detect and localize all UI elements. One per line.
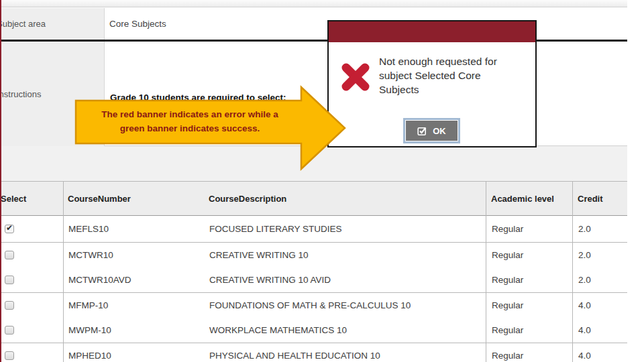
- course-description-cell: WORKPLACE MATHEMATICS 10: [209, 318, 347, 343]
- checkbox-edit-icon: [417, 126, 427, 136]
- column-divider: [572, 182, 573, 362]
- error-banner: [329, 21, 535, 42]
- academic-level-cell: Regular: [492, 318, 523, 343]
- table-row: MFMP-10 FOUNDATIONS OF MATH & PRE-CALCUL…: [0, 293, 627, 318]
- table-row: MCTWR10AVD CREATIVE WRITING 10 AVID Regu…: [0, 268, 627, 294]
- error-message: Not enough requested for subject Selecte…: [379, 54, 497, 97]
- top-gradient-strip: [0, 0, 627, 7]
- credit-cell: 4.0: [578, 318, 591, 343]
- annotation-text-line: The red banner indicates an error while …: [79, 107, 301, 121]
- ok-button[interactable]: OK: [403, 118, 460, 143]
- error-message-line: subject Selected Core: [379, 68, 497, 82]
- course-description-cell: FOCUSED LITERARY STUDIES: [209, 216, 342, 242]
- credit-cell: 4.0: [578, 293, 591, 318]
- ok-button-label: OK: [433, 126, 446, 136]
- tutorial-slide: Subject area Core Subjects Instructions …: [0, 0, 644, 362]
- error-message-line: Not enough requested for: [379, 54, 497, 68]
- select-checkbox[interactable]: [5, 276, 14, 284]
- error-dialog: Not enough requested for subject Selecte…: [327, 20, 537, 147]
- credit-cell: 4.0: [578, 343, 591, 362]
- course-description-cell: FOUNDATIONS OF MATH & PRE-CALCULUS 10: [209, 293, 411, 318]
- course-number-cell: MCTWR10: [68, 243, 113, 268]
- course-number-cell: MWPM-10: [68, 318, 111, 343]
- select-checkbox[interactable]: [5, 326, 14, 335]
- course-number-cell: MCTWR10AVD: [68, 268, 131, 293]
- course-selection-table: Select CourseNumber CourseDescription Ac…: [0, 181, 627, 362]
- annotation-text: The red banner indicates an error while …: [79, 107, 301, 135]
- credit-cell: 2.0: [578, 268, 591, 293]
- academic-level-cell: Regular: [492, 343, 523, 362]
- course-description-cell: CREATIVE WRITING 10: [209, 243, 309, 268]
- course-description-cell: PHYSICAL AND HEALTH EDUCATION 10: [209, 343, 380, 362]
- select-checkbox[interactable]: [5, 225, 14, 233]
- academic-level-cell: Regular: [492, 243, 523, 268]
- error-message-line: Subjects: [379, 82, 497, 97]
- instructions-label: Instructions: [0, 89, 41, 99]
- course-number-cell: MPHED10: [68, 343, 111, 362]
- select-checkbox[interactable]: [5, 351, 14, 360]
- credit-cell: 2.0: [578, 216, 591, 242]
- table-row: MWPM-10 WORKPLACE MATHEMATICS 10 Regular…: [0, 318, 627, 344]
- header-course-number: CourseNumber: [68, 182, 131, 215]
- column-divider: [486, 182, 486, 362]
- table-row: MPHED10 PHYSICAL AND HEALTH EDUCATION 10…: [0, 343, 627, 362]
- header-credit: Credit: [578, 182, 603, 215]
- header-select: Select: [1, 182, 26, 215]
- table-row: MCTWR10 CREATIVE WRITING 10 Regular 2.0: [0, 243, 627, 268]
- select-checkbox[interactable]: [5, 301, 14, 310]
- academic-level-cell: Regular: [492, 216, 523, 242]
- subject-area-label: Subject area: [0, 19, 46, 29]
- course-description-cell: CREATIVE WRITING 10 AVID: [209, 268, 331, 293]
- header-academic-level: Academic level: [491, 182, 554, 215]
- header-course-description: CourseDescription: [209, 182, 286, 215]
- academic-level-cell: Regular: [492, 293, 523, 318]
- subject-area-label-cell: Subject area: [0, 8, 105, 40]
- app-screenshot: Subject area Core Subjects Instructions …: [0, 0, 627, 362]
- select-checkbox[interactable]: [5, 251, 14, 259]
- table-body: MEFLS10 FOCUSED LITERARY STUDIES Regular…: [0, 216, 627, 362]
- course-number-cell: MEFLS10: [68, 216, 109, 242]
- annotation-text-line: green banner indicates success.: [79, 121, 301, 135]
- slide-red-edge: [0, 0, 1, 362]
- course-number-cell: MFMP-10: [68, 293, 108, 318]
- table-row: MEFLS10 FOCUSED LITERARY STUDIES Regular…: [0, 216, 627, 243]
- table-header-row: Select CourseNumber CourseDescription Ac…: [0, 182, 627, 216]
- academic-level-cell: Regular: [492, 268, 523, 293]
- subject-area-value: Core Subjects: [109, 8, 166, 40]
- column-divider: [63, 182, 64, 362]
- credit-cell: 2.0: [578, 243, 591, 268]
